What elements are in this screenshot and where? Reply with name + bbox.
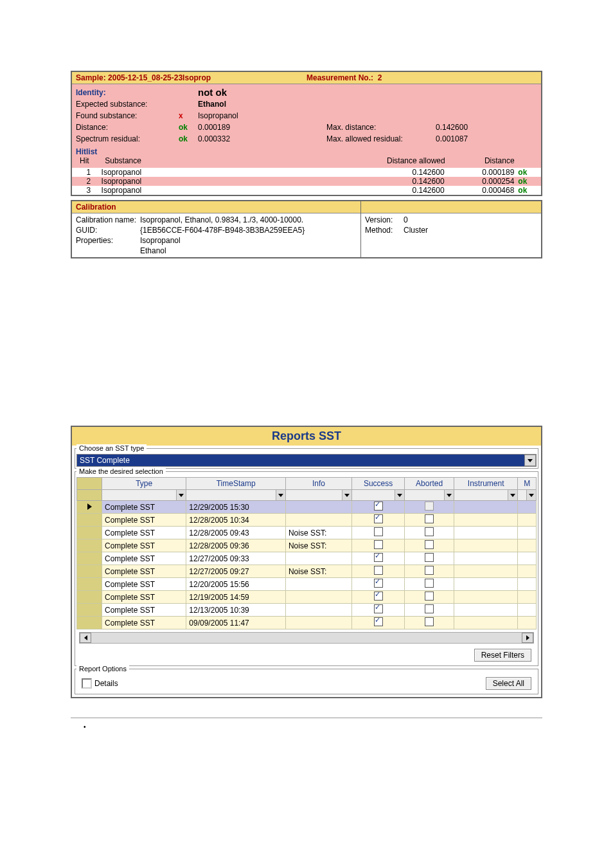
details-checkbox[interactable]	[82, 678, 92, 689]
choose-sst-fieldset: Choose an SST type SST Complete	[75, 448, 538, 469]
identity-title: Identity:	[76, 87, 179, 98]
horizontal-scrollbar[interactable]	[79, 632, 534, 644]
hitlist-header: Hit Substance Distance allowed Distance	[76, 156, 537, 165]
success-checkbox[interactable]	[374, 579, 383, 588]
grid-row[interactable]: Complete SST12/29/2005 15:30	[77, 501, 537, 514]
column-header[interactable]: Aborted	[405, 478, 454, 490]
aborted-checkbox[interactable]	[425, 579, 434, 588]
success-checkbox[interactable]	[374, 592, 383, 601]
aborted-checkbox[interactable]	[425, 527, 434, 536]
success-checkbox[interactable]	[374, 527, 383, 536]
sample-value: 2005-12-15_08-25-23Isoprop	[108, 73, 211, 82]
filter-dropdown[interactable]	[518, 490, 536, 500]
dropdown-arrow-icon[interactable]	[524, 455, 536, 466]
grid-row[interactable]: Complete SST12/28/2005 09:36Noise SST:	[77, 539, 537, 552]
aborted-checkbox[interactable]	[425, 617, 434, 626]
grid-row[interactable]: Complete SST12/28/2005 10:34	[77, 514, 537, 527]
sample-header: Sample: 2005-12-15_08-25-23Isoprop Measu…	[72, 72, 541, 84]
success-checkbox[interactable]	[374, 502, 383, 511]
sst-grid[interactable]: TypeTimeStampInfoSuccessAbortedInstrumen…	[76, 477, 537, 629]
column-header[interactable]: Info	[285, 478, 351, 490]
sample-label: Sample:	[76, 73, 106, 82]
grid-row[interactable]: Complete SST12/27/2005 09:33	[77, 552, 537, 565]
sst-type-dropdown[interactable]: SST Complete	[76, 454, 537, 467]
column-header[interactable]: Type	[102, 478, 186, 490]
scroll-right-icon[interactable]	[522, 633, 533, 643]
success-checkbox[interactable]	[374, 604, 383, 613]
filter-dropdown[interactable]	[405, 490, 454, 500]
bullet-icon: •	[84, 723, 529, 730]
grid-row[interactable]: Complete SST12/19/2005 14:59	[77, 591, 537, 604]
aborted-checkbox[interactable]	[425, 540, 434, 549]
report-options-fieldset: Report Options Details Select All	[75, 669, 538, 694]
filter-dropdown[interactable]	[454, 490, 517, 500]
report-options-legend: Report Options	[76, 665, 129, 673]
success-checkbox[interactable]	[374, 540, 383, 549]
identity-block: Identity: not ok Expected substance:Etha…	[72, 84, 541, 168]
success-checkbox[interactable]	[374, 553, 383, 562]
selection-fieldset: Make the desired selection TypeTimeStamp…	[75, 471, 538, 666]
filter-dropdown[interactable]	[352, 490, 404, 500]
aborted-checkbox[interactable]	[425, 604, 434, 613]
column-header[interactable]: TimeStamp	[186, 478, 286, 490]
grid-row[interactable]: Complete SST12/20/2005 15:56	[77, 578, 537, 591]
grid-row[interactable]: Complete SST12/27/2005 09:27Noise SST:	[77, 565, 537, 578]
hitlist-row: 2Isopropanol0.1426000.000254ok	[72, 177, 541, 186]
sst-title: Reports SST	[72, 427, 541, 446]
aborted-checkbox[interactable]	[425, 502, 434, 511]
choose-sst-legend: Choose an SST type	[76, 444, 147, 452]
selection-legend: Make the desired selection	[76, 467, 166, 475]
reset-filters-button[interactable]: Reset Filters	[474, 649, 531, 662]
aborted-checkbox[interactable]	[425, 553, 434, 562]
calibration-panel: Calibration Calibration name:Isopropanol…	[71, 200, 542, 258]
grid-row[interactable]: Complete SST12/13/2005 10:39	[77, 604, 537, 617]
calibration-title: Calibration	[72, 201, 360, 213]
filter-dropdown[interactable]	[102, 490, 186, 500]
hitlist-row: 1Isopropanol0.1426000.000189ok	[72, 168, 541, 177]
grid-row[interactable]: Complete SST09/09/2005 11:47	[77, 617, 537, 629]
grid-row[interactable]: Complete SST12/28/2005 09:43Noise SST:	[77, 527, 537, 539]
scroll-left-icon[interactable]	[80, 633, 91, 643]
row-selector-icon	[87, 503, 92, 510]
filter-dropdown[interactable]	[186, 490, 285, 500]
details-label: Details	[94, 679, 118, 688]
reports-sst-panel: Reports SST Choose an SST type SST Compl…	[71, 426, 542, 698]
column-header[interactable]: Instrument	[454, 478, 518, 490]
column-header[interactable]: Success	[352, 478, 405, 490]
aborted-checkbox[interactable]	[425, 514, 434, 523]
success-checkbox[interactable]	[374, 514, 383, 523]
aborted-checkbox[interactable]	[425, 566, 434, 575]
identity-value: not ok	[198, 87, 275, 98]
filter-dropdown[interactable]	[286, 490, 351, 500]
meas-label: Measurement No.:	[306, 73, 373, 82]
success-checkbox[interactable]	[374, 566, 383, 575]
column-header[interactable]: M	[518, 478, 537, 490]
aborted-checkbox[interactable]	[425, 592, 434, 601]
success-checkbox[interactable]	[374, 617, 383, 626]
sample-panel: Sample: 2005-12-15_08-25-23Isoprop Measu…	[71, 71, 542, 196]
hitlist-title: Hitlist	[76, 147, 537, 156]
hitlist-row: 3Isopropanol0.1426000.000468ok	[72, 186, 541, 195]
select-all-button[interactable]: Select All	[486, 677, 531, 690]
meas-value: 2	[378, 73, 382, 82]
